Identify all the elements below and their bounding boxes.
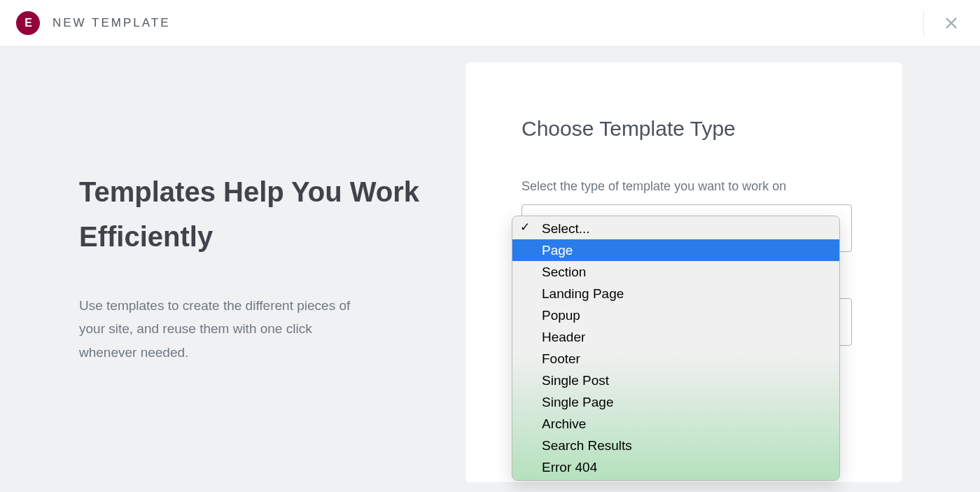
top-bar: E NEW TEMPLATE (0, 0, 980, 47)
dropdown-option-label: Popup (542, 308, 580, 323)
dropdown-option-label: Search Results (542, 438, 632, 453)
info-heading: Templates Help You Work Efficiently (79, 169, 424, 259)
dropdown-option[interactable]: Header (512, 326, 839, 348)
dropdown-option[interactable]: ✓Select... (512, 216, 839, 239)
dropdown-option[interactable]: Single Page (512, 391, 839, 413)
dropdown-option[interactable]: Page (512, 239, 839, 261)
dropdown-option-label: Error 404 (542, 460, 597, 475)
dropdown-option[interactable]: Section (512, 261, 839, 283)
dropdown-option[interactable]: Landing Page (512, 283, 839, 304)
dropdown-option-label: Archive (542, 416, 586, 431)
dropdown-option-label: Header (542, 330, 585, 344)
dropdown-option-label: Section (542, 265, 586, 279)
dropdown-option[interactable]: Search Results (512, 435, 839, 456)
elementor-logo-icon: E (16, 11, 40, 35)
dropdown-option-label: Footer (542, 351, 580, 366)
info-description: Use templates to create the different pi… (79, 294, 373, 364)
dropdown-option[interactable]: Error 404 (512, 456, 839, 480)
dropdown-option-label: Page (542, 243, 573, 258)
header-right (923, 10, 959, 36)
dropdown-option-label: Landing Page (542, 286, 624, 301)
dropdown-options-container: ✓Select...PageSectionLanding PagePopupHe… (512, 216, 839, 480)
dropdown-option[interactable]: Single Post (512, 370, 839, 391)
page-title: NEW TEMPLATE (52, 16, 171, 30)
create-button-edge[interactable] (839, 370, 840, 418)
dropdown-option[interactable]: Popup (512, 304, 839, 326)
dropdown-option[interactable]: Archive (512, 413, 839, 435)
dropdown-option-label: Select... (542, 221, 590, 236)
dropdown-option[interactable]: Footer (512, 348, 839, 370)
close-icon[interactable] (944, 15, 959, 31)
logo-letter: E (24, 17, 31, 29)
template-type-dropdown: ✓Select...PageSectionLanding PagePopupHe… (512, 216, 840, 481)
card-title: Choose Template Type (522, 117, 846, 141)
info-panel: Templates Help You Work Efficiently Use … (0, 47, 465, 492)
dropdown-option-label: Single Page (542, 395, 613, 409)
template-type-label: Select the type of template you want to … (522, 179, 846, 194)
header-left: E NEW TEMPLATE (16, 11, 171, 35)
checkmark-icon: ✓ (520, 218, 530, 237)
dropdown-option-label: Single Post (542, 373, 609, 388)
